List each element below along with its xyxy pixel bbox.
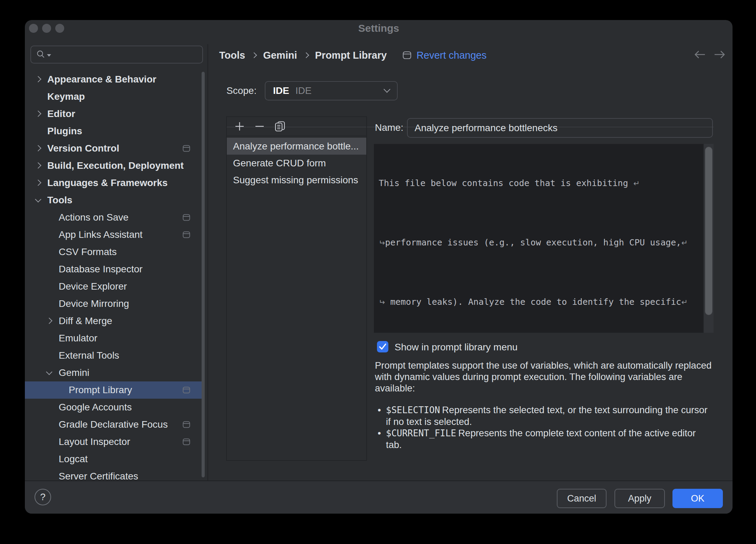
variable-code: $CURRENT_FILE bbox=[386, 428, 456, 438]
sidebar-tree-item[interactable]: Google Accounts bbox=[25, 399, 202, 416]
breadcrumb-separator-icon bbox=[303, 52, 309, 58]
sidebar-tree-item[interactable]: Version Control bbox=[25, 140, 202, 157]
sidebar-item-label: Diff & Merge bbox=[59, 315, 112, 327]
variable-doc-item: $CURRENT_FILERepresents the complete tex… bbox=[375, 427, 711, 450]
scope-dropdown[interactable]: IDE IDE bbox=[265, 81, 398, 100]
wrap-indicator-icon: ↵ bbox=[681, 239, 687, 247]
forward-arrow-icon[interactable] bbox=[713, 49, 727, 60]
sidebar-tree-item[interactable]: Plugins bbox=[25, 123, 202, 140]
sidebar-tree-item[interactable]: Tools bbox=[25, 192, 202, 209]
prompt-text-editor[interactable]: This file below contains code that is ex… bbox=[374, 144, 714, 333]
variables-description: Prompt templates support the use of vari… bbox=[375, 360, 717, 394]
prompt-list-item[interactable]: Generate CRUD form bbox=[227, 155, 366, 172]
editor-scrollbar[interactable] bbox=[703, 144, 714, 333]
sidebar-tree-item[interactable]: CSV Formats bbox=[25, 243, 202, 261]
dialog-footer: ? Cancel Apply OK bbox=[25, 480, 733, 514]
duplicate-prompt-button[interactable] bbox=[274, 121, 285, 132]
scope-kind: IDE bbox=[273, 85, 289, 96]
chevron-icon bbox=[35, 110, 41, 117]
modified-indicator-icon bbox=[183, 387, 190, 394]
sidebar-tree-item[interactable]: Editor bbox=[25, 105, 202, 123]
variable-code: $SELECTION bbox=[386, 405, 440, 415]
window-title: Settings bbox=[25, 21, 733, 36]
sidebar-item-label: Device Explorer bbox=[59, 281, 127, 292]
wrap-indicator-icon: ↵ bbox=[379, 235, 385, 250]
chevron-down-icon bbox=[384, 86, 390, 93]
sidebar-tree-item[interactable]: Device Explorer bbox=[25, 278, 202, 295]
cancel-button[interactable]: Cancel bbox=[557, 489, 607, 508]
search-options-caret-icon bbox=[47, 54, 51, 57]
prompt-list-item-label: Generate CRUD form bbox=[233, 158, 326, 169]
sidebar-tree-item[interactable]: Actions on Save bbox=[25, 209, 202, 226]
sidebar-item-label: Layout Inspector bbox=[59, 436, 130, 447]
sidebar-item-label: Database Inspector bbox=[59, 264, 143, 275]
modified-indicator-icon bbox=[403, 51, 411, 59]
sidebar-item-label: Gemini bbox=[59, 367, 89, 378]
modified-indicator-icon bbox=[183, 231, 190, 238]
revert-changes-link[interactable]: Revert changes bbox=[416, 50, 486, 61]
name-label: Name: bbox=[375, 122, 403, 134]
editor-scrollbar-thumb[interactable] bbox=[705, 147, 713, 315]
chevron-icon bbox=[35, 162, 41, 168]
prompt-list-item[interactable]: Analyze performance bottle... bbox=[227, 138, 366, 155]
modified-indicator-icon bbox=[183, 145, 190, 152]
show-in-menu-checkbox[interactable] bbox=[377, 341, 388, 352]
variable-doc-item: $SELECTIONRepresents the selected text, … bbox=[375, 404, 711, 427]
sidebar-tree-item[interactable]: Logcat bbox=[25, 450, 202, 468]
sidebar-tree-item[interactable]: Emulator bbox=[25, 330, 202, 347]
sidebar-item-label: Prompt Library bbox=[69, 385, 132, 396]
add-prompt-button[interactable] bbox=[234, 121, 245, 132]
breadcrumb-tools[interactable]: Tools bbox=[219, 50, 245, 61]
sidebar-tree-item[interactable]: Gemini bbox=[25, 364, 202, 381]
breadcrumb-gemini[interactable]: Gemini bbox=[263, 50, 297, 61]
sidebar-tree-item[interactable]: Diff & Merge bbox=[25, 312, 202, 330]
remove-prompt-button[interactable] bbox=[254, 121, 265, 132]
modified-indicator-icon bbox=[183, 438, 190, 445]
wrap-indicator-icon: ↵ bbox=[633, 179, 640, 188]
sidebar-tree-item[interactable]: Build, Execution, Deployment bbox=[25, 157, 202, 174]
sidebar-item-label: App Links Assistant bbox=[59, 229, 143, 240]
chevron-icon bbox=[35, 145, 41, 151]
sidebar-tree-item[interactable]: Prompt Library bbox=[25, 381, 202, 399]
help-button[interactable]: ? bbox=[35, 489, 51, 505]
sidebar-tree-item[interactable]: Device Mirroring bbox=[25, 295, 202, 312]
scope-label: Scope: bbox=[226, 85, 256, 97]
back-arrow-icon[interactable] bbox=[692, 49, 707, 60]
sidebar-item-label: Editor bbox=[47, 108, 75, 119]
apply-button[interactable]: Apply bbox=[614, 489, 665, 508]
sidebar-item-label: Actions on Save bbox=[59, 212, 128, 223]
sidebar-item-label: Logcat bbox=[59, 454, 88, 465]
sidebar-tree-item[interactable]: Languages & Frameworks bbox=[25, 174, 202, 192]
sidebar-item-label: Keymap bbox=[47, 91, 85, 102]
settings-search-field[interactable] bbox=[30, 46, 203, 64]
sidebar-tree-item[interactable]: Appearance & Behavior bbox=[25, 71, 202, 88]
breadcrumb-separator-icon bbox=[251, 52, 257, 58]
show-in-menu-label[interactable]: Show in prompt library menu bbox=[395, 341, 517, 353]
wrap-indicator-icon: ↵ bbox=[681, 298, 687, 307]
ok-button[interactable]: OK bbox=[672, 489, 723, 508]
search-icon bbox=[36, 49, 46, 60]
chevron-icon bbox=[35, 196, 41, 202]
prompt-list-item-label: Analyze performance bottle... bbox=[233, 141, 359, 152]
breadcrumb-prompt-library[interactable]: Prompt Library bbox=[315, 50, 387, 61]
sidebar-tree-item[interactable]: App Links Assistant bbox=[25, 226, 202, 243]
sidebar-tree-item[interactable]: Keymap bbox=[25, 88, 202, 105]
modified-indicator-icon bbox=[183, 421, 190, 428]
sidebar-item-label: CSV Formats bbox=[59, 246, 117, 258]
check-icon bbox=[377, 341, 388, 352]
prompt-list-item-label: Suggest missing permissions bbox=[233, 175, 358, 186]
sidebar-tree-item[interactable]: Gradle Declarative Focus bbox=[25, 416, 202, 433]
sidebar-tree-item[interactable]: Database Inspector bbox=[25, 261, 202, 278]
settings-tree: Appearance & Behavior Keymap Editor Plug… bbox=[25, 71, 202, 485]
sidebar-item-label: Appearance & Behavior bbox=[47, 74, 156, 85]
prompt-name-input[interactable] bbox=[407, 118, 713, 138]
settings-search-input[interactable] bbox=[51, 47, 202, 62]
settings-window: Settings Appearance & Behavior Keymap Ed… bbox=[25, 20, 733, 514]
chevron-icon bbox=[35, 179, 41, 186]
sidebar-tree-item[interactable]: Layout Inspector bbox=[25, 433, 202, 450]
prompt-list: Analyze performance bottle... Generate C… bbox=[227, 136, 366, 188]
prompt-list-item[interactable]: Suggest missing permissions bbox=[227, 172, 366, 188]
sidebar-item-label: Languages & Frameworks bbox=[47, 177, 168, 188]
sidebar-tree-item[interactable]: External Tools bbox=[25, 347, 202, 364]
sidebar-scrollbar[interactable] bbox=[202, 72, 205, 477]
